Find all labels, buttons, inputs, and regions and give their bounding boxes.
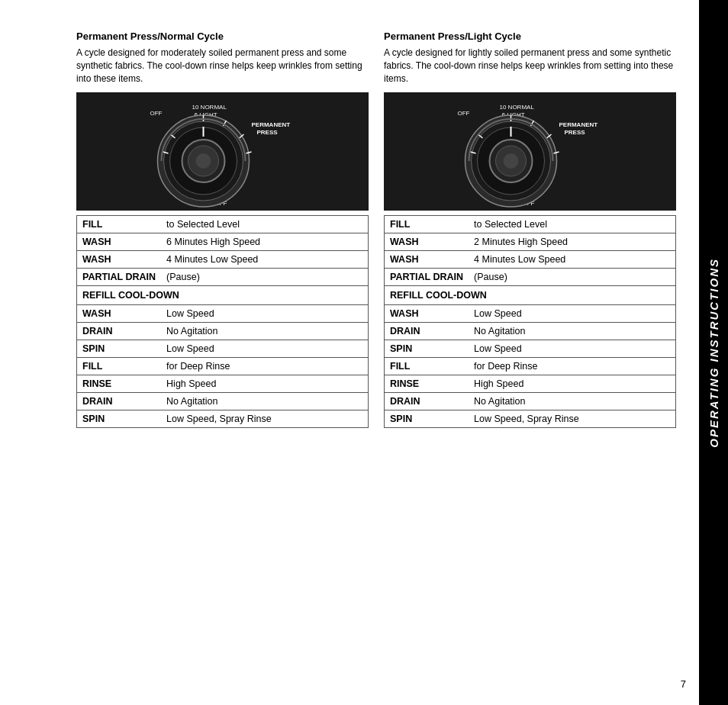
svg-text:PERMANENT: PERMANENT xyxy=(252,121,291,128)
table-row: REFILL COOL-DOWN xyxy=(385,286,676,305)
svg-point-39 xyxy=(504,153,519,169)
table-row: FILLto Selected Level xyxy=(77,216,369,233)
right-title: Permanent Press/Light Cycle xyxy=(384,31,676,42)
page-container: Permanent Press/Normal Cycle A cycle des… xyxy=(0,0,728,705)
right-cycle-table: FILLto Selected LevelWASH2 Minutes High … xyxy=(384,215,676,428)
table-row: RINSEHigh Speed xyxy=(77,375,369,393)
svg-text:OFF: OFF xyxy=(150,110,163,117)
table-row: SPINLow Speed xyxy=(385,340,676,358)
main-content: Permanent Press/Normal Cycle A cycle des… xyxy=(0,0,699,705)
table-row: WASH2 Minutes High Speed xyxy=(385,233,676,251)
svg-text:PRESS: PRESS xyxy=(257,129,279,136)
table-row: DRAINNo Agitation xyxy=(77,393,369,410)
table-row: WASHLow Speed xyxy=(77,305,369,323)
table-row: RINSEHigh Speed xyxy=(385,375,676,393)
table-row: WASH6 Minutes High Speed xyxy=(77,233,369,251)
left-title: Permanent Press/Normal Cycle xyxy=(76,31,369,42)
table-row: FILLto Selected Level xyxy=(385,216,676,233)
sidebar: OPERATING INSTRUCTIONS xyxy=(699,0,728,705)
table-row: DRAINNo Agitation xyxy=(385,323,676,340)
table-row: SPINLow Speed, Spray Rinse xyxy=(385,410,676,428)
svg-text:10 NORMAL: 10 NORMAL xyxy=(500,104,535,111)
right-column: Permanent Press/Light Cycle A cycle desi… xyxy=(384,31,676,674)
page-number: 7 xyxy=(681,678,686,690)
table-row: PARTIAL DRAIN(Pause) xyxy=(77,269,369,286)
right-description: A cycle designed for lightly soiled perm… xyxy=(384,47,676,85)
table-row: REFILL COOL-DOWN xyxy=(77,286,369,305)
sidebar-label: OPERATING INSTRUCTIONS xyxy=(707,258,720,448)
table-row: SPINLow Speed xyxy=(77,340,369,358)
table-row: FILLfor Deep Rinse xyxy=(385,358,676,375)
table-row: WASH4 Minutes Low Speed xyxy=(385,251,676,269)
svg-point-19 xyxy=(196,153,211,169)
left-column: Permanent Press/Normal Cycle A cycle des… xyxy=(76,31,369,674)
table-row: SPINLow Speed, Spray Rinse xyxy=(77,410,369,428)
table-row: FILLfor Deep Rinse xyxy=(77,358,369,375)
table-row: DRAINNo Agitation xyxy=(385,393,676,410)
right-dial: OFF 10 NORMAL 6 LIGHT PERMANENT PRESS OF… xyxy=(384,92,676,211)
table-row: WASH4 Minutes Low Speed xyxy=(77,251,369,269)
left-description: A cycle designed for moderately soiled p… xyxy=(76,47,369,85)
svg-text:10 NORMAL: 10 NORMAL xyxy=(192,104,227,111)
svg-text:PRESS: PRESS xyxy=(565,129,586,136)
table-row: WASHLow Speed xyxy=(385,305,676,323)
svg-text:PERMANENT: PERMANENT xyxy=(559,121,598,128)
left-cycle-table: FILLto Selected LevelWASH6 Minutes High … xyxy=(76,215,369,428)
table-row: DRAINNo Agitation xyxy=(77,323,369,340)
table-row: PARTIAL DRAIN(Pause) xyxy=(385,269,676,286)
left-dial: OFF 10 NORMAL 6 LIGHT PERMANENT PRESS OF… xyxy=(76,92,369,211)
svg-text:OFF: OFF xyxy=(458,110,470,117)
